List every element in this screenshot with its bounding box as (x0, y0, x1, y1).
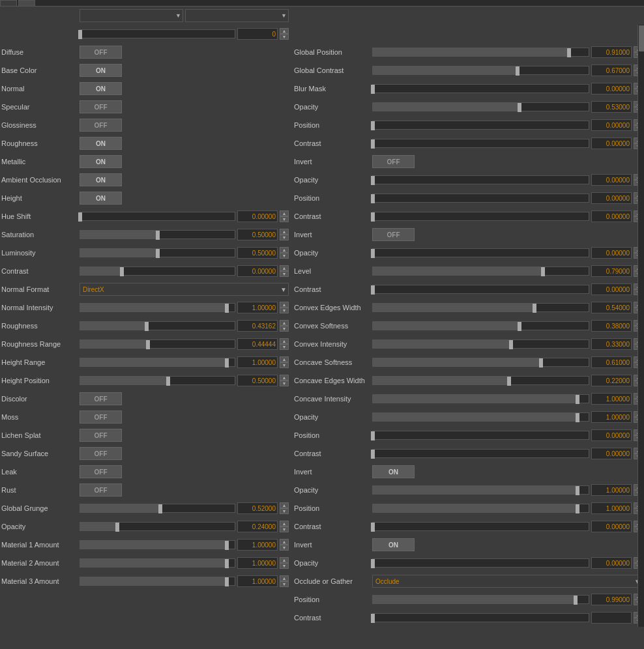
value-roughness-range[interactable]: 0.44444 (237, 338, 278, 350)
value-opacity[interactable]: 0.53000 (591, 101, 632, 113)
value-contrast[interactable]: 0.00000 (591, 137, 632, 149)
value-normal-intensity[interactable]: 1.00000 (237, 302, 278, 313)
up-height-position[interactable]: ▲ (280, 375, 289, 381)
value-luminosity[interactable]: 0.50000 (237, 247, 278, 259)
value-position[interactable]: 1.00000 (591, 502, 632, 514)
btn-invert[interactable]: OFF (372, 228, 415, 241)
scrollbar-thumb[interactable] (639, 25, 644, 51)
btn-height[interactable]: ON (80, 192, 122, 205)
value-material-2-amount[interactable]: 1.00000 (237, 557, 278, 569)
btn-discolor[interactable]: OFF (80, 392, 122, 405)
value-opacity[interactable]: 0.00000 (591, 557, 632, 569)
value-height-range[interactable]: 1.00000 (237, 356, 278, 368)
up-roughness[interactable]: ▲ (280, 320, 289, 326)
dropdown-occlude-or-gather[interactable]: Occlude▼ (372, 575, 643, 588)
value-contrast[interactable] (591, 612, 632, 624)
slider-contrast[interactable] (80, 267, 235, 276)
up-height-range[interactable]: ▲ (280, 356, 289, 362)
value-hue-shift[interactable]: 0.00000 (237, 210, 278, 222)
value-contrast[interactable]: 0.00000 (237, 265, 278, 277)
btn-glossiness[interactable]: OFF (80, 119, 122, 132)
btn-base-color[interactable]: ON (80, 64, 122, 77)
btn-specular[interactable]: OFF (80, 100, 122, 113)
randomseed-input[interactable] (237, 28, 278, 40)
value-convex-intensity[interactable]: 0.33000 (591, 338, 632, 350)
value-opacity[interactable]: 1.00000 (591, 484, 632, 496)
value-opacity[interactable]: 0.24000 (237, 521, 278, 532)
btn-sandy-surface[interactable]: OFF (80, 447, 122, 460)
slider-global-grunge[interactable] (80, 504, 235, 513)
value-contrast[interactable]: 0.00000 (591, 521, 632, 532)
up-material-2-amount[interactable]: ▲ (280, 557, 289, 563)
value-saturation[interactable]: 0.50000 (237, 229, 278, 240)
down-material-1-amount[interactable]: ▼ (280, 545, 289, 551)
down-hue-shift[interactable]: ▼ (280, 216, 289, 222)
up-material-3-amount[interactable]: ▲ (280, 575, 289, 581)
slider-convex-softness[interactable] (372, 321, 589, 330)
down-saturation[interactable]: ▼ (280, 235, 289, 240)
slider-roughness[interactable] (80, 321, 235, 330)
btn-invert[interactable]: ON (372, 538, 415, 551)
value-level[interactable]: 0.79000 (591, 265, 632, 277)
slider-position[interactable] (372, 431, 589, 440)
btn-metallic[interactable]: ON (80, 155, 122, 168)
randomseed-slider[interactable] (80, 29, 235, 38)
slider-convex-intensity[interactable] (372, 339, 589, 349)
btn-moss[interactable]: OFF (80, 411, 122, 424)
value-concave-edges-width[interactable]: 0.22000 (591, 375, 632, 386)
down-normal-intensity[interactable]: ▼ (280, 308, 289, 313)
value-opacity[interactable]: 0.00000 (591, 174, 632, 186)
value-concave-softness[interactable]: 0.61000 (591, 356, 632, 368)
down-roughness-range[interactable]: ▼ (280, 344, 289, 350)
down-contrast[interactable]: ▼ (280, 271, 289, 277)
down-material-3-amount[interactable]: ▼ (280, 581, 289, 587)
value-global-position[interactable]: 0.91000 (591, 46, 632, 58)
down-material-2-amount[interactable]: ▼ (280, 563, 289, 569)
value-height-position[interactable]: 0.50000 (237, 375, 278, 386)
slider-opacity[interactable] (372, 485, 589, 495)
value-material-1-amount[interactable]: 1.00000 (237, 539, 278, 551)
up-roughness-range[interactable]: ▲ (280, 338, 289, 344)
slider-convex-edges-width[interactable] (372, 303, 589, 312)
down-roughness[interactable]: ▼ (280, 326, 289, 332)
value-convex-edges-width[interactable]: 0.54000 (591, 302, 632, 313)
up-global-grunge[interactable]: ▲ (280, 502, 289, 508)
slider-opacity[interactable] (372, 248, 589, 257)
randomseed-down[interactable]: ▼ (280, 34, 289, 40)
value-contrast[interactable]: 0.00000 (591, 448, 632, 459)
tab-basic[interactable] (0, 0, 17, 6)
btn-lichen-splat[interactable]: OFF (80, 429, 122, 442)
value-opacity[interactable]: 1.00000 (591, 411, 632, 423)
slider-luminosity[interactable] (80, 248, 235, 257)
slider-level[interactable] (372, 267, 589, 276)
value-contrast[interactable]: 0.00000 (591, 283, 632, 295)
slider-contrast[interactable] (372, 139, 589, 148)
value-position[interactable]: 0.00000 (591, 119, 632, 131)
value-concave-intensity[interactable]: 1.00000 (591, 393, 632, 405)
scrollbar[interactable] (637, 25, 644, 627)
down-height-range[interactable]: ▼ (280, 362, 289, 368)
slider-roughness-range[interactable] (80, 339, 235, 349)
slider-concave-edges-width[interactable] (372, 376, 589, 385)
down-height-position[interactable]: ▼ (280, 381, 289, 386)
slider-contrast[interactable] (372, 522, 589, 531)
btn-invert[interactable]: ON (372, 465, 415, 478)
slider-opacity[interactable] (372, 102, 589, 111)
value-contrast[interactable]: 0.00000 (591, 210, 632, 222)
value-position[interactable]: 0.00000 (591, 192, 632, 204)
btn-leak[interactable]: OFF (80, 465, 122, 478)
btn-rust[interactable]: OFF (80, 483, 122, 497)
up-material-1-amount[interactable]: ▲ (280, 539, 289, 545)
slider-opacity[interactable] (80, 522, 235, 531)
randomseed-up[interactable]: ▲ (280, 28, 289, 34)
slider-opacity[interactable] (372, 412, 589, 422)
up-opacity[interactable]: ▲ (280, 521, 289, 526)
slider-opacity[interactable] (372, 558, 589, 568)
slider-contrast[interactable] (372, 449, 589, 458)
slider-contrast[interactable] (372, 212, 589, 221)
slider-contrast[interactable] (372, 285, 589, 294)
slider-material-3-amount[interactable] (80, 577, 235, 586)
slider-height-range[interactable] (80, 358, 235, 367)
btn-diffuse[interactable]: OFF (80, 46, 122, 59)
value-global-contrast[interactable]: 0.67000 (591, 65, 632, 76)
